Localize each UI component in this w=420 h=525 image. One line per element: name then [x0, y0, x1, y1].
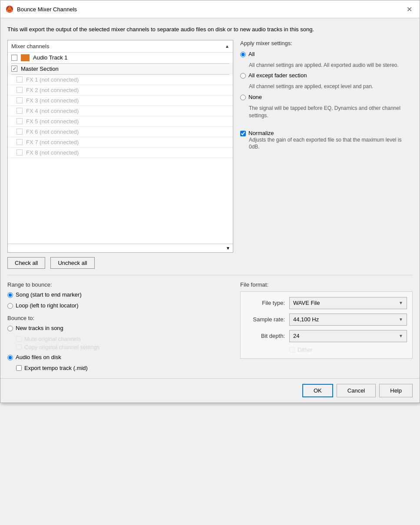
export-tempo-label: Export tempo track (.mid) — [24, 365, 88, 371]
channels-scroll[interactable]: Audio Track 1 Master Section FX 1 (not — [8, 53, 233, 244]
dither-checkbox[interactable] — [289, 347, 295, 353]
mute-original-label: Mute original channels — [24, 336, 81, 342]
channel-checkbox-fx8 — [17, 149, 23, 155]
range-label-loop: Loop (left to right locator) — [16, 302, 79, 309]
channel-label-master: Master Section — [21, 66, 59, 72]
scroll-down-container: ▼ — [8, 244, 233, 252]
right-panel: Apply mixer settings: All All channel se… — [240, 40, 413, 269]
range-label-song: Song (start to end marker) — [16, 291, 82, 298]
apply-radio-fader[interactable] — [240, 73, 246, 79]
channel-item-fx1: FX 1 (not connected) — [8, 75, 233, 85]
bit-depth-select[interactable]: 24 ▼ — [289, 330, 407, 342]
channel-item-master: Master Section — [8, 64, 233, 74]
bounce-option-audio-files: Audio files on disk — [7, 354, 233, 360]
channels-box: Mixer channels ▲ Audio Track 1 — [7, 40, 233, 253]
range-radio-loop[interactable] — [7, 303, 13, 309]
export-tempo-option: Export tempo track (.mid) — [16, 365, 233, 371]
channel-checkbox-fx6 — [17, 129, 23, 135]
apply-label-all: All — [248, 51, 255, 57]
channels-header: Mixer channels ▲ — [8, 40, 233, 53]
cancel-button[interactable]: Cancel — [337, 384, 376, 397]
normalize-checkbox[interactable] — [240, 131, 246, 136]
channel-checkbox-audio1[interactable] — [11, 55, 17, 61]
range-radio-song[interactable] — [7, 292, 13, 298]
channel-item-audio1: Audio Track 1 — [8, 53, 233, 63]
channel-item-fx2: FX 2 (not connected) — [8, 85, 233, 96]
sample-rate-select[interactable]: 44,100 Hz ▼ — [289, 314, 407, 326]
main-content: Mixer channels ▲ Audio Track 1 — [7, 40, 413, 269]
dither-label: Dither — [298, 347, 313, 353]
bit-depth-row: Bit depth: 24 ▼ — [246, 330, 407, 342]
export-tempo-checkbox[interactable] — [16, 365, 22, 371]
apply-desc-all: All channel settings are applied. All ex… — [249, 62, 413, 69]
sample-rate-row: Sample rate: 44,100 Hz ▼ — [246, 314, 407, 326]
main-separator — [7, 275, 413, 275]
uncheck-all-button[interactable]: Uncheck all — [50, 257, 94, 269]
channel-label-fx2: FX 2 (not connected) — [26, 87, 79, 93]
apply-radio-none[interactable] — [240, 95, 246, 100]
dialog-body: This will export the output of the selec… — [0, 18, 420, 378]
mute-original-checkbox[interactable] — [16, 336, 22, 342]
apply-label-none: None — [248, 94, 262, 100]
bounce-radio-new-tracks[interactable] — [7, 326, 13, 331]
channel-label-audio1: Audio Track 1 — [33, 54, 68, 61]
help-button[interactable]: Help — [379, 384, 413, 397]
normalize-label: Normalize — [248, 130, 274, 136]
channel-item-fx7: FX 7 (not connected) — [8, 137, 233, 148]
copy-settings-label: Copy original channel settings — [24, 344, 99, 350]
mute-original-option: Mute original channels — [16, 336, 233, 342]
file-format-section: File format: File type: WAVE File ▼ Samp… — [240, 281, 413, 373]
sample-rate-label: Sample rate: — [246, 316, 285, 323]
channel-label-fx4: FX 4 (not connected) — [26, 108, 79, 114]
bit-depth-arrow: ▼ — [399, 333, 403, 338]
channel-checkbox-fx1 — [17, 76, 23, 83]
bit-depth-value: 24 — [293, 333, 299, 339]
bounce-label-new-tracks: New tracks in song — [16, 325, 63, 331]
sample-rate-value: 44,100 Hz — [293, 316, 319, 323]
bounce-mixer-dialog: Bounce Mixer Channels ✕ This will export… — [0, 0, 420, 403]
normalize-section: Normalize — [240, 130, 413, 136]
channel-label-fx6: FX 6 (not connected) — [26, 129, 79, 135]
apply-option-fader: All except fader section — [240, 72, 413, 79]
channel-checkbox-fx7 — [17, 139, 23, 145]
scroll-down-arrow[interactable]: ▼ — [224, 245, 232, 251]
channel-checkbox-fx2 — [17, 87, 23, 93]
bounce-radio-audio-files[interactable] — [7, 355, 13, 360]
file-type-label: File type: — [246, 300, 285, 306]
channel-item-fx3: FX 3 (not connected) — [8, 96, 233, 106]
apply-label-fader: All except fader section — [248, 72, 307, 79]
copy-settings-checkbox[interactable] — [16, 344, 22, 350]
channel-label-fx7: FX 7 (not connected) — [26, 139, 79, 145]
file-type-select[interactable]: WAVE File ▼ — [289, 297, 407, 309]
check-buttons: Check all Uncheck all — [7, 257, 233, 269]
file-type-row: File type: WAVE File ▼ — [246, 297, 407, 309]
footer: OK Cancel Help — [0, 378, 420, 403]
range-title: Range to bounce: — [7, 281, 233, 288]
sample-rate-arrow: ▼ — [399, 317, 403, 322]
bounce-option-new-tracks: New tracks in song — [7, 325, 233, 331]
file-format-title: File format: — [240, 281, 413, 288]
title-bar-left: Bounce Mixer Channels — [6, 5, 77, 13]
channel-checkbox-master[interactable] — [11, 66, 17, 72]
check-all-button[interactable]: Check all — [7, 257, 45, 269]
bottom-section: Range to bounce: Song (start to end mark… — [7, 281, 413, 373]
channel-item-fx4: FX 4 (not connected) — [8, 106, 233, 116]
channel-item-fx5: FX 5 (not connected) — [8, 116, 233, 127]
channel-label-fx5: FX 5 (not connected) — [26, 118, 79, 125]
normalize-desc: Adjusts the gain of each exported file s… — [249, 136, 413, 151]
title-bar: Bounce Mixer Channels ✕ — [0, 0, 420, 18]
file-type-value: WAVE File — [293, 300, 320, 306]
svg-point-2 — [9, 8, 10, 10]
channel-checkbox-fx4 — [17, 108, 23, 114]
intro-text: This will export the output of the selec… — [7, 25, 413, 34]
close-button[interactable]: ✕ — [404, 4, 414, 14]
apply-radio-all[interactable] — [240, 52, 246, 57]
ok-button[interactable]: OK — [302, 384, 333, 397]
range-option-loop: Loop (left to right locator) — [7, 302, 233, 309]
channels-header-label: Mixer channels — [11, 43, 49, 50]
scroll-up-arrow[interactable]: ▲ — [225, 44, 229, 49]
channel-checkbox-fx5 — [17, 118, 23, 124]
file-type-arrow: ▼ — [399, 300, 403, 305]
app-icon — [6, 5, 13, 13]
apply-desc-fader: All channel settings are applied, except… — [249, 83, 413, 90]
